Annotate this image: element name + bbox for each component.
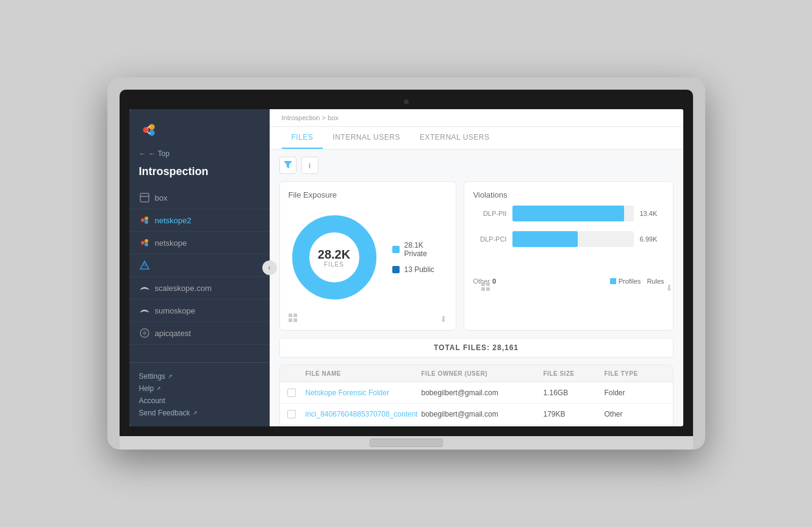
table-row: inci_84067604885370708_content bobegilbe… [280, 404, 673, 425]
netskope2-icon [139, 215, 150, 226]
th-filename: FILE NAME [306, 370, 422, 377]
dlp-pci-fill [512, 231, 578, 247]
row2-filename[interactable]: inci_84067604885370708_content [306, 410, 422, 418]
help-label: Help [139, 384, 154, 393]
help-link[interactable]: Help ↗ [139, 382, 260, 395]
sidebar-item-label-scaleskope: scaleskope.com [155, 284, 212, 293]
bar-row-dlp-pci: DLP-PCI 6.99K [473, 231, 664, 247]
donut-center: 28.2K FILES [318, 248, 350, 268]
sidebar-item-label-apicqatest: apicqatest [155, 329, 191, 338]
sidebar-item-box[interactable]: box [129, 187, 270, 209]
sidebar-item-label-sumoskope: sumoskope [155, 306, 195, 315]
row1-checkbox[interactable] [287, 389, 296, 397]
svg-point-7 [141, 241, 145, 245]
tabs-bar: FILES INTERNAL USERS EXTERNAL USERS [270, 127, 683, 149]
sidebar-item-label-netskope2: netskope2 [155, 216, 192, 225]
svg-rect-23 [486, 282, 490, 286]
sidebar-item-googledrive[interactable] [129, 254, 270, 277]
row2-checkbox[interactable] [287, 410, 296, 418]
trackpad[interactable] [370, 439, 443, 447]
violations-footer-icons: ⬇ [481, 282, 672, 293]
th-checkbox [287, 370, 306, 377]
box-icon [139, 192, 150, 203]
file-exposure-card: File Exposure [279, 181, 457, 331]
info-icon: i [309, 161, 311, 170]
laptop-base [120, 436, 693, 450]
dlp-pii-fill [512, 206, 623, 221]
tab-internal-users[interactable]: INTERNAL USERS [323, 127, 410, 149]
donut-number: 28.2K [318, 248, 350, 261]
donut-chart: 28.2K FILES [289, 212, 380, 303]
svg-point-9 [145, 243, 148, 246]
dlp-pci-track [512, 231, 633, 247]
private-label: 28.1K Private [404, 241, 448, 258]
sidebar-item-apicqatest[interactable]: apicqatest [129, 322, 270, 345]
svg-point-5 [145, 217, 148, 220]
content-area: i File Exposure [270, 149, 683, 426]
netskope-logo-icon [139, 120, 159, 140]
filter-icon [284, 160, 292, 171]
sidebar-item-sumoskope[interactable]: sumoskope [129, 299, 270, 322]
back-button[interactable]: ← ← Top [129, 146, 270, 163]
charts-row: File Exposure [279, 181, 674, 331]
help-external-icon: ↗ [156, 385, 161, 392]
sidebar-nav: box netskope2 [129, 187, 270, 362]
row1-owner: bobegilbert@gmail.com [422, 389, 544, 397]
screen: ← ← Top Introspection box [129, 109, 683, 426]
files-table: FILE NAME FILE OWNER (USER) FILE SIZE FI… [279, 365, 674, 426]
svg-point-8 [145, 239, 148, 243]
private-dot [392, 246, 400, 253]
violations-title: Violations [473, 190, 664, 199]
legend-item-private: 28.1K Private [392, 241, 448, 258]
sumoskope-icon [139, 305, 150, 316]
sidebar-item-scaleskope[interactable]: scaleskope.com [129, 277, 270, 299]
main-content: Introspection > box FILES INTERNAL USERS… [270, 109, 683, 426]
feedback-external-icon: ↗ [193, 410, 198, 416]
svg-point-4 [141, 218, 145, 222]
public-label: 13 Public [404, 265, 434, 274]
svg-rect-24 [481, 287, 485, 291]
violations-download-icon[interactable]: ⬇ [666, 283, 673, 293]
laptop-wrapper: ← ← Top Introspection box [107, 77, 705, 450]
tab-files[interactable]: FILES [282, 127, 323, 149]
violations-table-icon[interactable] [481, 282, 490, 293]
svg-marker-11 [142, 261, 148, 267]
filter-button[interactable] [279, 157, 296, 174]
svg-rect-21 [293, 318, 297, 322]
row1-filename[interactable]: Netskope Forensic Folder [306, 389, 422, 397]
donut-container: 28.2K FILES 28.1K Private [289, 206, 448, 321]
dlp-pii-track [512, 206, 633, 221]
dlp-pii-value: 13.4K [640, 210, 664, 217]
settings-link[interactable]: Settings ↗ [139, 370, 260, 382]
info-button[interactable]: i [301, 157, 318, 174]
account-label: Account [139, 396, 165, 405]
screen-bezel: ← ← Top Introspection box [120, 90, 693, 436]
toolbar: i [279, 157, 674, 174]
sidebar-footer: Settings ↗ Help ↗ Account Send Feedback … [129, 362, 270, 426]
total-files-bar: TOTAL FILES: 28,161 [279, 338, 674, 357]
th-size: FILE SIZE [544, 370, 605, 377]
donut-legend: 28.1K Private 13 Public [392, 241, 448, 274]
svg-rect-20 [289, 318, 292, 322]
download-icon[interactable]: ⬇ [440, 314, 447, 324]
svg-marker-13 [284, 161, 292, 168]
svg-rect-19 [293, 314, 297, 317]
apicqatest-icon [139, 328, 150, 339]
file-exposure-footer: ⬇ [289, 314, 448, 324]
table-view-icon[interactable] [289, 314, 297, 324]
sidebar-item-netskope[interactable]: netskope [129, 232, 270, 254]
send-feedback-link[interactable]: Send Feedback ↗ [139, 407, 260, 419]
collapse-sidebar-button[interactable]: ‹ [262, 260, 277, 275]
sidebar-logo [129, 109, 270, 146]
dlp-pci-value: 6.99K [640, 235, 664, 243]
scaleskope-icon [139, 282, 150, 293]
netskope-icon [139, 237, 150, 248]
row2-size: 179KB [544, 410, 605, 418]
sidebar-item-netskope2[interactable]: netskope2 [129, 209, 270, 232]
bar-chart: DLP-PII 13.4K DLP-PCI [473, 206, 664, 275]
account-link[interactable]: Account [139, 395, 260, 407]
tab-external-users[interactable]: EXTERNAL USERS [410, 127, 500, 149]
svg-rect-18 [289, 314, 292, 317]
sidebar: ← ← Top Introspection box [129, 109, 270, 426]
public-dot [392, 266, 400, 273]
